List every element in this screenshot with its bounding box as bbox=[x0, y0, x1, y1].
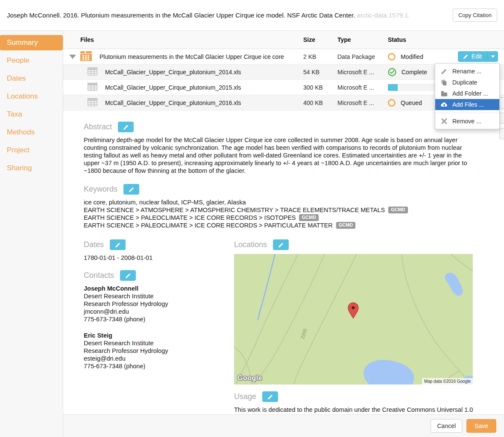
edit-split-button[interactable]: Edit bbox=[458, 51, 498, 62]
date-range: 1780-01-01 - 2008-01-01 bbox=[84, 254, 234, 262]
file-size: 300 KB bbox=[303, 84, 337, 91]
gcmd-badge: GCMD bbox=[336, 222, 356, 229]
sidebar-item-project[interactable]: Project bbox=[0, 143, 63, 158]
file-name: McCall_Glacier_Upper_Cirque_plutonium_20… bbox=[105, 69, 241, 76]
usage-heading: Usage bbox=[234, 392, 256, 401]
edit-dropdown-toggle[interactable] bbox=[487, 51, 498, 62]
contacts-heading: Contacts bbox=[84, 271, 114, 280]
status-queued-icon bbox=[388, 99, 396, 107]
contact-card: Joseph McConnell Desert Research Institu… bbox=[84, 285, 234, 323]
contact-org: Desert Research Institute bbox=[84, 339, 234, 347]
file-size: 54 KB bbox=[303, 69, 337, 76]
menu-item-add-files[interactable]: Add Files ... bbox=[435, 99, 499, 110]
file-status-cell: Modified Edit bbox=[388, 49, 504, 64]
file-type: Microsoft E ... bbox=[337, 99, 388, 106]
edit-locations-button[interactable] bbox=[273, 239, 289, 250]
edit-button-clipped[interactable] bbox=[499, 97, 504, 108]
column-files: Files bbox=[63, 36, 303, 43]
edit-dates-button[interactable] bbox=[110, 239, 126, 250]
expand-collapse-icon[interactable] bbox=[69, 55, 76, 59]
status-modified-icon bbox=[388, 53, 396, 61]
pencil-icon bbox=[115, 242, 121, 248]
gcmd-badge: GCMD bbox=[299, 214, 319, 221]
sidebar-item-locations[interactable]: Locations bbox=[0, 89, 63, 104]
sidebar-item-sharing[interactable]: Sharing bbox=[0, 160, 63, 176]
pencil-icon bbox=[125, 273, 131, 279]
spreadsheet-icon bbox=[88, 67, 97, 77]
cloud-upload-icon bbox=[440, 101, 448, 108]
column-size: Size bbox=[303, 36, 337, 43]
file-type: Microsoft E ... bbox=[337, 69, 388, 76]
menu-divider bbox=[435, 113, 499, 113]
contact-org: Desert Research Institute bbox=[84, 292, 234, 300]
keywords-heading: Keywords bbox=[84, 185, 117, 194]
sidebar-item-methods[interactable]: Methods bbox=[0, 125, 63, 140]
menu-item-add-folder[interactable]: Add Folder ... bbox=[435, 88, 499, 99]
duplicate-icon bbox=[440, 79, 448, 86]
cancel-button[interactable]: Cancel bbox=[431, 419, 462, 433]
left-column: Dates 1780-01-01 - 2008-01-01 Contacts bbox=[84, 239, 234, 414]
caret-down-icon bbox=[491, 55, 495, 58]
status-label: Modified bbox=[401, 53, 423, 60]
sidebar-item-summary[interactable]: Summary bbox=[0, 35, 63, 50]
menu-item-remove[interactable]: Remove ... bbox=[435, 116, 499, 127]
citation-identifier: arctic-data.1579.1. bbox=[357, 12, 410, 19]
file-type: Microsoft E ... bbox=[337, 84, 388, 91]
data-package-icon bbox=[80, 51, 92, 62]
edit-keywords-button[interactable] bbox=[123, 184, 139, 195]
remove-icon bbox=[440, 118, 448, 125]
edit-button-clipped[interactable] bbox=[499, 113, 504, 124]
save-button[interactable]: Save bbox=[466, 419, 496, 433]
spreadsheet-icon bbox=[88, 83, 97, 92]
sidebar: Summary People Dates Locations Taxa Meth… bbox=[0, 31, 63, 437]
table-row-data-package[interactable]: Plutonium measurements in the McCall Gla… bbox=[63, 49, 504, 64]
edit-contacts-button[interactable] bbox=[120, 270, 136, 281]
sidebar-item-taxa[interactable]: Taxa bbox=[0, 107, 63, 122]
metadata-editor-app: Joseph McConnell. 2016. Plutonium measur… bbox=[0, 0, 504, 437]
menu-item-duplicate[interactable]: Duplicate bbox=[435, 77, 499, 88]
column-type: Type bbox=[337, 36, 388, 43]
keywords-plain: ice core, plutonium, nuclear fallout, IC… bbox=[84, 198, 483, 206]
pencil-icon bbox=[463, 54, 469, 59]
usage-text: This work is dedicated to the public dom… bbox=[234, 406, 475, 414]
keyword-gcmd-2: EARTH SCIENCE > PALEOCLIMATE > ICE CORE … bbox=[84, 214, 296, 221]
edit-button-clipped[interactable] bbox=[499, 128, 504, 139]
status-complete-icon bbox=[388, 68, 396, 76]
upload-progress-fill bbox=[388, 84, 398, 91]
file-type: Data Package bbox=[337, 53, 388, 60]
pencil-icon bbox=[129, 186, 135, 192]
status-label: Queued bbox=[401, 99, 422, 106]
google-logo: Google bbox=[237, 374, 262, 382]
keyword-gcmd-3: EARTH SCIENCE > PALEOCLIMATE > ICE CORE … bbox=[84, 221, 333, 229]
contact-title: Research Professor Hydrology bbox=[84, 300, 234, 308]
editor-footer: Cancel Save bbox=[63, 414, 504, 437]
file-table-header: Files Size Type Status bbox=[63, 31, 504, 49]
contact-email: jmconn@dri.edu bbox=[84, 308, 234, 315]
copy-citation-button[interactable]: Copy Citation bbox=[453, 9, 497, 22]
abstract-heading: Abstract bbox=[84, 122, 112, 131]
map-attribution: Map data ©2016 Google bbox=[422, 378, 473, 385]
file-name: McCall_Glacier_Upper_Cirque_plutonium_20… bbox=[105, 84, 241, 91]
edit-button[interactable]: Edit bbox=[458, 51, 487, 62]
sidebar-item-dates[interactable]: Dates bbox=[0, 71, 63, 86]
locations-heading: Locations bbox=[234, 240, 267, 249]
citation-bar: Joseph McConnell. 2016. Plutonium measur… bbox=[0, 0, 504, 31]
edit-abstract-button[interactable] bbox=[118, 122, 134, 132]
contact-name: Joseph McConnell bbox=[84, 285, 234, 292]
locations-map[interactable]: 2200 Google Map da bbox=[234, 254, 473, 385]
contact-email: esteig@dri.edu bbox=[84, 355, 234, 362]
terrain-map: 2200 bbox=[234, 254, 473, 385]
pencil-icon bbox=[123, 124, 129, 130]
contact-title: Research Professor Hydrology bbox=[84, 347, 234, 355]
file-name: Plutonium measurements in the McCall Gla… bbox=[100, 53, 284, 60]
right-column: Locations bbox=[234, 239, 475, 414]
spreadsheet-icon bbox=[88, 98, 97, 108]
sidebar-item-people[interactable]: People bbox=[0, 53, 63, 68]
menu-item-rename[interactable]: Rename ... bbox=[435, 66, 499, 77]
file-size: 2 KB bbox=[303, 53, 337, 60]
edit-usage-button[interactable] bbox=[262, 391, 278, 402]
contact-card: Eric Steig Desert Research Institute Res… bbox=[84, 332, 234, 370]
abstract-text: Preliminary depth-age model for the McCa… bbox=[84, 136, 475, 175]
keywords-list: ice core, plutonium, nuclear fallout, IC… bbox=[84, 198, 483, 229]
citation-text: Joseph McConnell. 2016. Plutonium measur… bbox=[7, 12, 410, 19]
